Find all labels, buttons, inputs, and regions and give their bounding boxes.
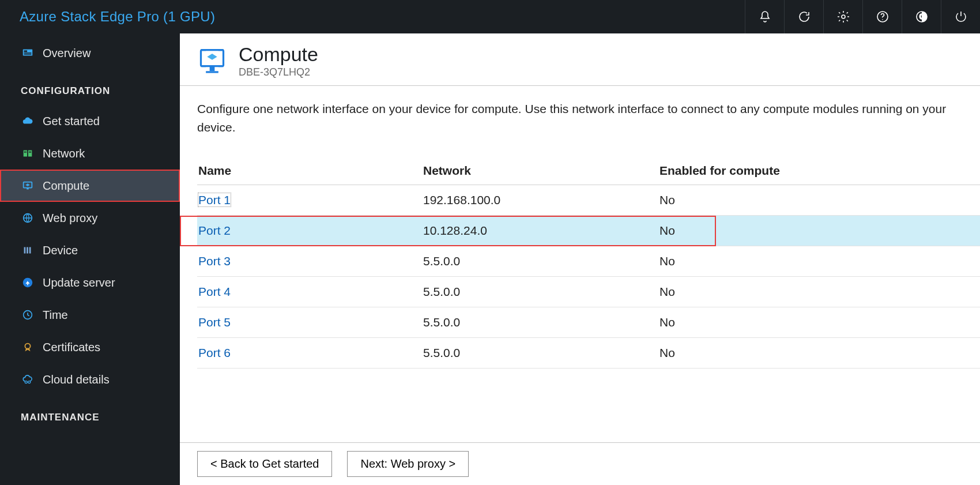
page-title: Compute <box>239 44 318 65</box>
port-network: 5.5.0.0 <box>422 307 658 338</box>
table-row[interactable]: Port 55.5.0.0No <box>197 307 980 338</box>
sidebar-item-web-proxy[interactable]: Web proxy <box>0 202 180 234</box>
svg-rect-27 <box>210 66 215 72</box>
ports-table: Name Network Enabled for compute Port 11… <box>197 158 980 369</box>
port-link[interactable]: Port 5 <box>198 315 231 329</box>
certificate-icon <box>21 340 35 354</box>
col-network: Network <box>422 158 658 185</box>
sidebar-item-label: Update server <box>43 276 115 290</box>
sidebar-item-label: Device <box>43 244 78 257</box>
table-row[interactable]: Port 35.5.0.0No <box>197 246 980 277</box>
table-row[interactable]: Port 65.5.0.0No <box>197 338 980 369</box>
port-link[interactable]: Port 4 <box>198 285 231 298</box>
sidebar-item-compute[interactable]: Compute <box>0 170 180 202</box>
port-enabled: No <box>658 277 980 307</box>
contrast-icon[interactable]: C <box>902 0 941 33</box>
svg-rect-11 <box>24 151 25 153</box>
page-header: Compute DBE-3Q7LHQ2 <box>180 33 980 81</box>
port-enabled: No <box>658 246 980 277</box>
sidebar-item-time[interactable]: Time <box>0 299 180 331</box>
back-button[interactable]: < Back to Get started <box>197 451 332 477</box>
sidebar-section-maintenance: MAINTENANCE <box>0 396 180 431</box>
svg-point-25 <box>28 381 31 384</box>
next-button[interactable]: Next: Web proxy > <box>347 451 469 477</box>
cloud-icon <box>21 114 35 128</box>
svg-rect-28 <box>206 72 218 73</box>
globe-icon <box>21 211 35 225</box>
sidebar-item-label: Web proxy <box>43 212 97 225</box>
power-icon[interactable] <box>941 0 980 33</box>
sidebar-item-label: Time <box>43 309 68 322</box>
main-panel: Compute DBE-3Q7LHQ2 Configure one networ… <box>180 33 980 485</box>
sidebar-item-label: Overview <box>43 47 91 60</box>
sidebar-item-overview[interactable]: Overview <box>0 37 180 69</box>
port-network: 192.168.100.0 <box>422 185 658 216</box>
svg-rect-18 <box>24 247 26 254</box>
svg-point-0 <box>842 15 845 18</box>
svg-rect-16 <box>27 188 29 190</box>
port-network: 10.128.24.0 <box>422 216 658 246</box>
port-link[interactable]: Port 6 <box>198 346 231 359</box>
sidebar-section-configuration: CONFIGURATION <box>0 69 180 105</box>
sidebar-item-update-server[interactable]: Update server <box>0 266 180 299</box>
sidebar-item-get-started[interactable]: Get started <box>0 105 180 137</box>
svg-rect-9 <box>24 151 27 157</box>
device-id: DBE-3Q7LHQ2 <box>239 66 318 78</box>
sidebar-item-label: Get started <box>43 115 100 128</box>
svg-rect-19 <box>27 247 28 254</box>
port-enabled: No <box>658 338 980 369</box>
svg-rect-14 <box>31 151 31 153</box>
port-enabled: No <box>658 216 980 246</box>
wizard-footer: < Back to Get started Next: Web proxy > <box>180 442 980 477</box>
sidebar-item-cloud-details[interactable]: Cloud details <box>0 363 180 396</box>
port-network: 5.5.0.0 <box>422 338 658 369</box>
app-title: Azure Stack Edge Pro (1 GPU) <box>20 9 215 25</box>
sidebar-item-label: Certificates <box>43 341 100 354</box>
sidebar-item-label: Cloud details <box>43 373 110 386</box>
cloud-gear-icon <box>21 373 35 386</box>
table-row[interactable]: Port 1192.168.100.0No <box>197 185 980 216</box>
col-name: Name <box>197 158 422 185</box>
top-bar: Azure Stack Edge Pro (1 GPU) C <box>0 0 980 33</box>
svg-rect-8 <box>24 54 32 54</box>
sidebar: Overview CONFIGURATION Get started Netwo… <box>0 33 180 485</box>
settings-icon[interactable] <box>823 0 862 33</box>
svg-point-2 <box>882 19 883 20</box>
table-row[interactable]: Port 210.128.24.0No <box>197 216 980 246</box>
svg-point-24 <box>25 381 27 384</box>
compute-icon <box>21 179 35 193</box>
port-enabled: No <box>658 307 980 338</box>
help-icon[interactable] <box>862 0 902 33</box>
network-icon <box>21 146 35 160</box>
svg-rect-6 <box>24 50 28 52</box>
update-icon <box>21 276 35 290</box>
svg-rect-13 <box>29 151 29 153</box>
sidebar-item-certificates[interactable]: Certificates <box>0 331 180 363</box>
svg-point-23 <box>25 344 30 349</box>
svg-rect-10 <box>28 151 32 157</box>
port-link[interactable]: Port 1 <box>198 193 231 206</box>
sidebar-item-device[interactable]: Device <box>0 234 180 266</box>
svg-rect-7 <box>24 52 32 53</box>
port-network: 5.5.0.0 <box>422 277 658 307</box>
port-link[interactable]: Port 2 <box>198 224 231 237</box>
table-row[interactable]: Port 45.5.0.0No <box>197 277 980 307</box>
page-description: Configure one network interface on your … <box>180 86 980 141</box>
sidebar-item-label: Network <box>43 147 85 160</box>
sidebar-item-network[interactable]: Network <box>0 137 180 170</box>
port-enabled: No <box>658 185 980 216</box>
overview-icon <box>21 46 35 60</box>
port-network: 5.5.0.0 <box>422 246 658 277</box>
sidebar-item-label: Compute <box>43 179 89 193</box>
col-enabled: Enabled for compute <box>658 158 980 185</box>
clock-icon <box>21 308 35 322</box>
svg-rect-12 <box>25 151 26 153</box>
compute-header-icon <box>196 45 228 77</box>
svg-rect-20 <box>29 247 31 254</box>
svg-text:C: C <box>919 13 924 21</box>
port-link[interactable]: Port 3 <box>198 254 231 268</box>
refresh-icon[interactable] <box>784 0 823 33</box>
device-icon <box>21 243 35 257</box>
notifications-icon[interactable] <box>745 0 784 33</box>
